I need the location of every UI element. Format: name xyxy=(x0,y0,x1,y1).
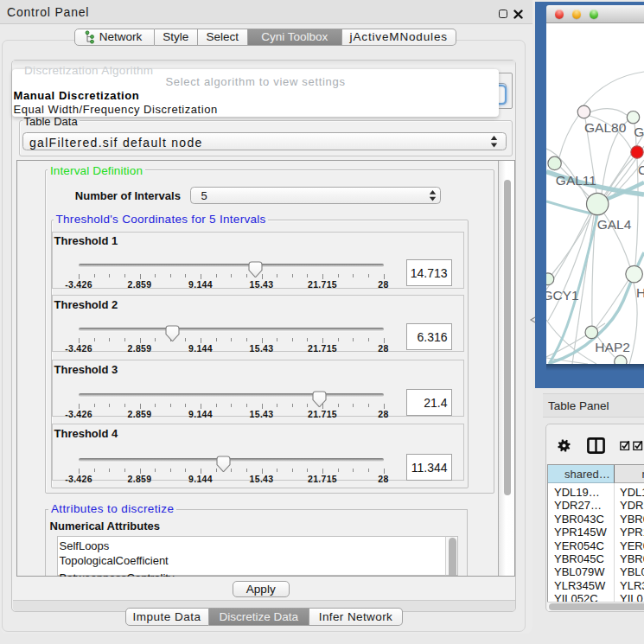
svg-text:GCY1: GCY1 xyxy=(546,288,579,303)
svg-text:GAL4: GAL4 xyxy=(597,217,632,232)
svg-text:GAL80: GAL80 xyxy=(584,120,627,135)
svg-text:HAP2: HAP2 xyxy=(595,340,630,354)
svg-text:GAL11: GAL11 xyxy=(556,173,596,188)
svg-text:GAL3: GAL3 xyxy=(634,124,644,139)
svg-text:HSF1: HSF1 xyxy=(636,285,644,300)
svg-text:CRP1: CRP1 xyxy=(638,163,644,177)
